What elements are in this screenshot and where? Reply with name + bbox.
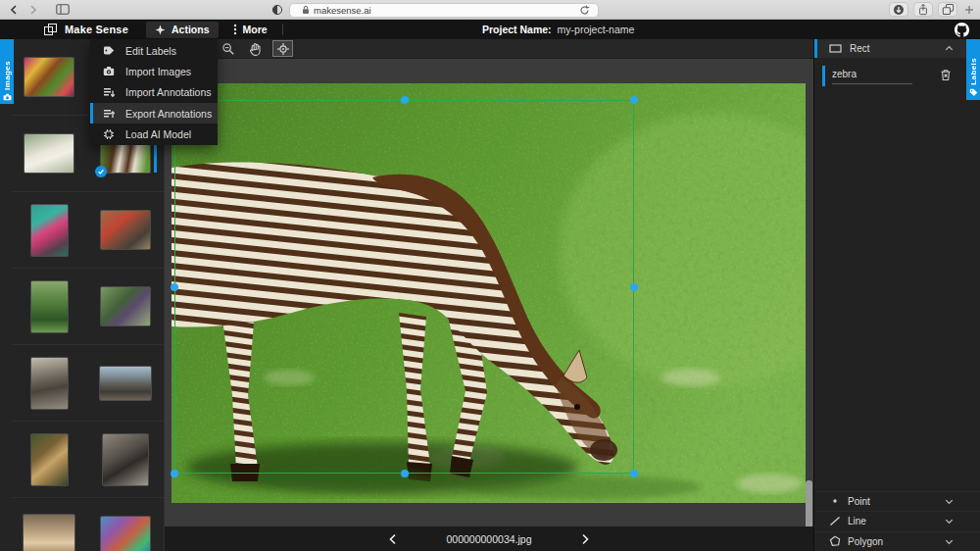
actions-menu-button[interactable]: Actions	[146, 22, 219, 38]
back-icon[interactable]	[6, 2, 22, 18]
editor-toolbar	[165, 39, 813, 59]
bounding-box[interactable]	[174, 100, 634, 474]
thumb-bicycles[interactable]	[86, 422, 165, 498]
expand-chevron-down-icon[interactable]	[944, 536, 955, 547]
line-section-header[interactable]: Line	[814, 511, 980, 531]
thumbnail-image[interactable]	[101, 287, 150, 326]
lock-icon	[302, 5, 310, 15]
collapse-chevron-up-icon[interactable]	[944, 43, 955, 54]
project-name-value[interactable]: my-project-name	[558, 24, 635, 35]
thumb-pink-umbrella[interactable]	[12, 192, 86, 269]
resize-handle[interactable]	[401, 470, 409, 477]
resize-handle[interactable]	[171, 283, 178, 291]
more-ellipsis-icon	[233, 24, 237, 35]
zoom-icon[interactable]	[218, 40, 238, 57]
thumbnail-image[interactable]	[103, 434, 148, 485]
resize-handle[interactable]	[630, 96, 638, 104]
thumbnail-image[interactable]	[100, 367, 151, 400]
thumbnail-image[interactable]	[101, 517, 150, 551]
ai-model-icon	[103, 128, 115, 140]
resize-handle[interactable]	[630, 470, 638, 477]
reload-icon[interactable]	[579, 5, 590, 16]
thumbnail-image[interactable]	[24, 515, 74, 551]
menu-item-import-images[interactable]: Import Images	[90, 61, 218, 81]
url-bar[interactable]: makesense.ai	[289, 3, 599, 18]
annotation-editor[interactable]: 000000000034.jpg	[165, 39, 813, 551]
check-icon	[95, 166, 107, 177]
line-icon	[828, 516, 841, 526]
rect-section-header[interactable]: Rect	[814, 39, 980, 58]
camera-icon	[103, 66, 115, 76]
polygon-section-header[interactable]: Polygon	[814, 531, 980, 551]
thumb-park-dog[interactable]	[12, 269, 86, 345]
resize-handle[interactable]	[401, 96, 409, 104]
tool-sections: Point Line Polygon	[814, 491, 980, 551]
new-tab-icon[interactable]	[962, 2, 976, 17]
thumb-bento-food[interactable]	[12, 39, 86, 116]
label-entry-zebra[interactable]: zebra	[814, 65, 980, 88]
crosshair-icon[interactable]	[272, 40, 293, 57]
labels-panel: Rect zebra Point	[813, 39, 980, 551]
delete-label-icon[interactable]	[939, 68, 953, 81]
labels-tab[interactable]: Labels	[966, 39, 980, 100]
label-name-input[interactable]: zebra	[832, 69, 912, 84]
thumbnail-image[interactable]	[24, 58, 74, 96]
tabs-icon[interactable]	[938, 2, 957, 17]
expand-chevron-down-icon[interactable]	[944, 516, 955, 526]
thumb-garden-plants[interactable]	[86, 269, 165, 345]
point-section-header[interactable]: Point	[814, 491, 980, 512]
menu-item-import-annotations[interactable]: Import Annotations	[90, 82, 218, 103]
thumbnail-image[interactable]	[31, 358, 68, 409]
topbar-divider	[282, 24, 283, 35]
app-name: Make Sense	[65, 24, 128, 35]
more-menu-button[interactable]: More	[224, 22, 276, 38]
resize-handle[interactable]	[630, 283, 638, 291]
thumbnail-image[interactable]	[31, 434, 68, 485]
thumb-giraffes[interactable]	[12, 422, 86, 498]
image-filename: 000000000034.jpg	[446, 533, 531, 545]
actions-dropdown-menu: Edit Labels Import Images Import Annotat…	[90, 39, 218, 145]
forward-icon[interactable]	[25, 2, 41, 18]
resize-handle[interactable]	[171, 470, 178, 477]
tag-icon	[969, 88, 978, 97]
app-top-bar: Make Sense Actions More Project Name: my…	[0, 20, 980, 39]
thumb-graffiti[interactable]	[86, 498, 165, 551]
app-window: makesense.ai Make Sense	[0, 0, 980, 551]
thumbnail-image[interactable]	[31, 205, 68, 256]
thumbnail-image[interactable]	[24, 134, 74, 173]
expand-chevron-down-icon[interactable]	[944, 496, 955, 507]
make-sense-logo-icon	[44, 24, 58, 36]
point-icon	[828, 498, 841, 504]
thumb-street-dog[interactable]	[12, 498, 86, 551]
page-settings-icon[interactable]	[271, 4, 283, 16]
editor-scrollbar[interactable]	[806, 480, 812, 531]
drag-icon[interactable]	[245, 40, 266, 57]
thumb-dog-in-basket[interactable]	[86, 192, 165, 269]
downloads-icon[interactable]	[889, 2, 908, 17]
export-annotations-icon	[103, 108, 115, 120]
previous-image-icon[interactable]	[385, 532, 399, 546]
share-icon[interactable]	[913, 2, 933, 17]
menu-item-load-ai-model[interactable]: Load AI Model	[90, 124, 218, 144]
sidebar-toggle-icon[interactable]	[55, 2, 71, 18]
next-image-icon[interactable]	[579, 532, 593, 546]
browser-chrome: makesense.ai	[0, 0, 980, 20]
thumb-train-tracks[interactable]	[86, 345, 165, 422]
image-navigation-bar: 000000000034.jpg	[165, 526, 813, 551]
actions-sparkle-icon	[155, 25, 166, 35]
menu-item-export-annotations[interactable]: Export Annotations	[90, 103, 218, 124]
project-name: Project Name: my-project-name	[482, 20, 634, 39]
rect-icon	[829, 43, 842, 54]
label-icon	[103, 45, 115, 56]
images-tab[interactable]: Images	[0, 39, 14, 104]
browser-buttons	[889, 2, 976, 17]
thumb-street-clock[interactable]	[12, 345, 86, 422]
menu-item-edit-labels[interactable]: Edit Labels	[90, 40, 218, 61]
thumb-vase-flowers[interactable]	[12, 116, 86, 192]
github-icon[interactable]	[955, 23, 969, 37]
camera-icon	[3, 93, 12, 101]
thumbnail-image[interactable]	[101, 211, 150, 249]
url-text: makesense.ai	[314, 5, 371, 16]
thumbnail-image[interactable]	[31, 281, 68, 332]
import-annotations-icon	[103, 86, 115, 98]
